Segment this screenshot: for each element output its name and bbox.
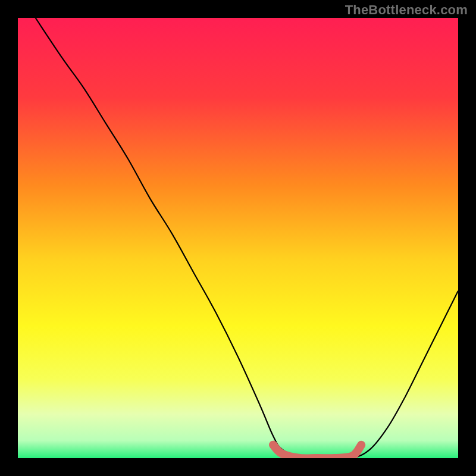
gradient-background — [18, 18, 458, 458]
bottleneck-chart — [18, 18, 458, 458]
highlight-start-dot — [269, 441, 277, 449]
watermark-text: TheBottleneck.com — [345, 2, 468, 18]
chart-frame: TheBottleneck.com — [0, 0, 476, 476]
